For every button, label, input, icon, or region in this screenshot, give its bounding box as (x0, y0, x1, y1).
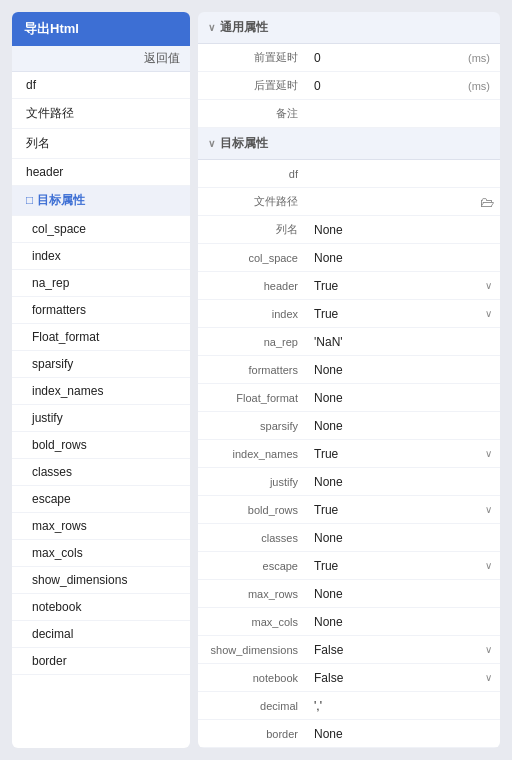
formatters-value[interactable] (308, 359, 500, 381)
prop-row-header: header True ∨ (198, 272, 500, 300)
filepath-value[interactable]: 🗁 (308, 190, 500, 214)
prop-row-pre-delay: 前置延时 (ms) (198, 44, 500, 72)
bold-rows-value[interactable]: True ∨ (308, 499, 500, 521)
decimal-label: decimal (198, 695, 308, 717)
classes-value[interactable] (308, 527, 500, 549)
left-panel-title: 导出Html (12, 12, 190, 46)
index-names-dropdown-icon[interactable]: ∨ (485, 448, 492, 459)
notebook-val-text: False (314, 671, 343, 685)
df-input[interactable] (314, 167, 494, 181)
max-rows-label: max_rows (198, 583, 308, 605)
left-item-formatters[interactable]: formatters (12, 297, 190, 324)
left-item-max-rows[interactable]: max_rows (12, 513, 190, 540)
left-item-------[interactable]: □ 目标属性 (12, 186, 190, 216)
post-delay-unit: (ms) (468, 80, 494, 92)
max-rows-value[interactable] (308, 583, 500, 605)
left-item-index[interactable]: index (12, 243, 190, 270)
classes-input[interactable] (314, 531, 494, 545)
index-names-val-text: True (314, 447, 338, 461)
post-delay-value[interactable]: (ms) (308, 75, 500, 97)
left-item-justify[interactable]: justify (12, 405, 190, 432)
border-label: border (198, 723, 308, 745)
border-input[interactable] (314, 727, 494, 741)
prop-row-sparsify: sparsify (198, 412, 500, 440)
max-cols-input[interactable] (314, 615, 494, 629)
header-value[interactable]: True ∨ (308, 275, 500, 297)
pre-delay-value[interactable]: (ms) (308, 47, 500, 69)
remark-input[interactable] (314, 107, 494, 121)
float-format-input[interactable] (314, 391, 494, 405)
left-item-decimal[interactable]: decimal (12, 621, 190, 648)
left-item-bold-rows[interactable]: bold_rows (12, 432, 190, 459)
max-rows-input[interactable] (314, 587, 494, 601)
left-item-col-space[interactable]: col_space (12, 216, 190, 243)
left-item-na-rep[interactable]: na_rep (12, 270, 190, 297)
left-item-sparsify[interactable]: sparsify (12, 351, 190, 378)
escape-dropdown-icon[interactable]: ∨ (485, 560, 492, 571)
pre-delay-input[interactable] (314, 51, 464, 65)
left-item-notebook[interactable]: notebook (12, 594, 190, 621)
max-cols-value[interactable] (308, 611, 500, 633)
show-dimensions-dropdown-icon[interactable]: ∨ (485, 644, 492, 655)
return-value-label: 返回值 (144, 50, 180, 67)
float-format-value[interactable] (308, 387, 500, 409)
sparsify-input[interactable] (314, 419, 494, 433)
general-chevron-icon: ∨ (208, 22, 215, 33)
sparsify-label: sparsify (198, 415, 308, 437)
index-names-label: index_names (198, 443, 308, 465)
prop-row-max-cols: max_cols (198, 608, 500, 636)
justify-input[interactable] (314, 475, 494, 489)
index-val-text: True (314, 307, 338, 321)
right-panel: ∨ 通用属性 前置延时 (ms) 后置延时 (ms) 备注 ∨ 目标属性 df (198, 12, 500, 748)
post-delay-input[interactable] (314, 79, 464, 93)
formatters-input[interactable] (314, 363, 494, 377)
columns-value[interactable] (308, 219, 500, 241)
df-value[interactable] (308, 163, 500, 185)
pre-delay-label: 前置延时 (198, 45, 308, 70)
prop-row-filepath: 文件路径 🗁 (198, 188, 500, 216)
bold-rows-val-text: True (314, 503, 338, 517)
left-item-float-format[interactable]: Float_format (12, 324, 190, 351)
left-item-index-names[interactable]: index_names (12, 378, 190, 405)
show-dimensions-value[interactable]: False ∨ (308, 639, 500, 661)
target-section-label: 目标属性 (220, 135, 268, 152)
col-space-input[interactable] (314, 251, 494, 265)
left-item-df[interactable]: df (12, 72, 190, 99)
general-section-title: ∨ 通用属性 (198, 12, 500, 44)
justify-value[interactable] (308, 471, 500, 493)
na-rep-value[interactable] (308, 331, 500, 353)
left-item-border[interactable]: border (12, 648, 190, 675)
columns-input[interactable] (314, 223, 494, 237)
notebook-value[interactable]: False ∨ (308, 667, 500, 689)
na-rep-input[interactable] (314, 335, 494, 349)
file-pick-icon[interactable]: 🗁 (480, 194, 494, 210)
left-item-show-dimensions[interactable]: show_dimensions (12, 567, 190, 594)
left-item-classes[interactable]: classes (12, 459, 190, 486)
header-dropdown-icon[interactable]: ∨ (485, 280, 492, 291)
prop-row-border: border (198, 720, 500, 748)
bold-rows-dropdown-icon[interactable]: ∨ (485, 504, 492, 515)
filepath-label: 文件路径 (198, 189, 308, 214)
prop-row-post-delay: 后置延时 (ms) (198, 72, 500, 100)
notebook-dropdown-icon[interactable]: ∨ (485, 672, 492, 683)
escape-value[interactable]: True ∨ (308, 555, 500, 577)
sparsify-value[interactable] (308, 415, 500, 437)
decimal-input[interactable] (314, 699, 494, 713)
float-format-label: Float_format (198, 387, 308, 409)
col-space-value[interactable] (308, 247, 500, 269)
left-item---[interactable]: 列名 (12, 129, 190, 159)
left-item-header[interactable]: header (12, 159, 190, 186)
border-value[interactable] (308, 723, 500, 745)
index-dropdown-icon[interactable]: ∨ (485, 308, 492, 319)
col-space-label: col_space (198, 247, 308, 269)
decimal-value[interactable] (308, 695, 500, 717)
left-item-escape[interactable]: escape (12, 486, 190, 513)
index-value[interactable]: True ∨ (308, 303, 500, 325)
max-cols-label: max_cols (198, 611, 308, 633)
index-names-value[interactable]: True ∨ (308, 443, 500, 465)
left-item-----[interactable]: 文件路径 (12, 99, 190, 129)
formatters-label: formatters (198, 359, 308, 381)
filepath-input[interactable] (314, 195, 480, 209)
left-item-max-cols[interactable]: max_cols (12, 540, 190, 567)
remark-value[interactable] (308, 103, 500, 125)
